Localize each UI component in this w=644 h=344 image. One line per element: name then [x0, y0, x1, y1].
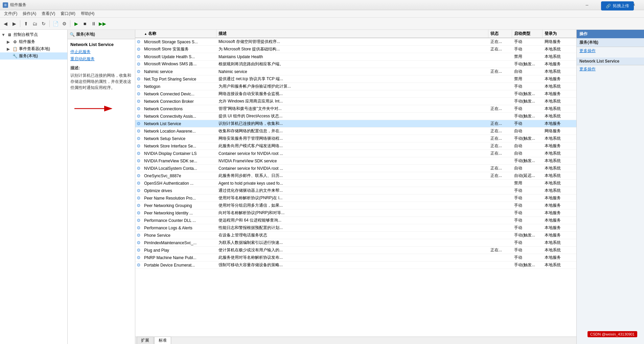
row-icon-10: ⚙: [135, 113, 142, 119]
row-desc-15: Container service for NVIDIA root ...: [216, 151, 488, 157]
table-row[interactable]: ⚙ Network Location Awarene... 收集和存储网络的配置…: [135, 128, 576, 135]
table-row[interactable]: ⚙ Microsoft Store 安装服务 为 Microsoft Store…: [135, 46, 576, 53]
gear-icon: ⚙: [137, 62, 141, 67]
table-row[interactable]: ⚙ NVIDIA Display Container LS Container …: [135, 150, 576, 157]
row-desc-20: 通过优化存储驱动器上的文件来帮...: [216, 187, 488, 194]
menu-action[interactable]: 操作(A): [20, 10, 39, 17]
show-hide-button[interactable]: 🗂: [31, 20, 39, 28]
row-name-1: Microsoft Store 安装服务: [142, 46, 216, 53]
tree-item-components[interactable]: ▶ ⚙ 组件服务: [0, 38, 67, 45]
header-login[interactable]: 登录为: [543, 30, 576, 38]
tree-item-root[interactable]: ▼ 🖥 控制台根节点: [0, 31, 67, 38]
minimize-button[interactable]: ─: [579, 0, 595, 10]
table-row[interactable]: ⚙ Microsoft Update Health S... Maintains…: [135, 53, 576, 61]
stop-service-link[interactable]: 停止此服务: [68, 48, 135, 55]
tab-expand[interactable]: 扩展: [137, 337, 154, 344]
row-login-8: 本地系统: [543, 98, 576, 105]
export-list-button[interactable]: 📄: [51, 20, 60, 28]
table-row[interactable]: ⚙ Nahimic service Nahimic service 正在... …: [135, 68, 576, 75]
toolbar-separator-2: [49, 20, 50, 27]
tree-item-services[interactable]: 🔧 服务(本地): [0, 52, 67, 60]
header-desc[interactable]: 描述: [216, 30, 488, 38]
table-row[interactable]: ⚙ Performance Logs & Alerts 性能日志和警报根据预配置…: [135, 224, 576, 232]
gear-icon: ⚙: [137, 203, 141, 208]
table-row[interactable]: ⚙ Network Connections 管理"网络和拨号连接"文件夹中对..…: [135, 105, 576, 113]
tree-icon-services: 🔧: [12, 53, 18, 59]
table-row[interactable]: ⚙ PimIndexMaintenanceSvc_... 为联系人数据编制索引以…: [135, 239, 576, 247]
search-bar: 🔍 服务(本地): [68, 30, 135, 39]
restart-service-link[interactable]: 重启动此服务: [68, 55, 135, 63]
forward-button[interactable]: ▶: [10, 20, 18, 28]
stop-button[interactable]: ■: [81, 20, 89, 28]
row-icon-29: ⚙: [135, 254, 142, 261]
table-row[interactable]: ⚙ Optimize drives 通过优化存储驱动器上的文件来帮... 手动 …: [135, 187, 576, 194]
toolbar-separator-1: [20, 20, 20, 27]
table-row[interactable]: ⚙ Network Connectivity Assis... 提供 UI 组件…: [135, 113, 576, 120]
action-more-2[interactable]: 更多操作: [577, 65, 644, 73]
table-row[interactable]: ⚙ Network Setup Service 网络安装服务用于管理网络驱动程.…: [135, 135, 576, 142]
table-row[interactable]: ⚙ Phone Service 在设备上管理电话服务状态 手动(触发... 本地…: [135, 232, 576, 239]
table-row[interactable]: ⚙ Netlogon 为用户和服务帐户身份验证维护此计算... 手动 本地系统: [135, 83, 576, 90]
back-button[interactable]: ◀: [1, 20, 9, 28]
table-row[interactable]: ⚙ PNRP Machine Name Publ... 此服务使用对等名称解析协…: [135, 254, 576, 261]
row-startup-11: 手动: [512, 120, 543, 127]
action-more-1[interactable]: 更多操作: [577, 47, 644, 55]
table-row[interactable]: ⚙ Network Connected Devic... 网络连接设备自动安装服…: [135, 90, 576, 98]
row-login-3: 本地服务: [543, 61, 576, 68]
tree-item-events[interactable]: ▶ 📋 事件查看器(本地): [0, 45, 67, 52]
table-row[interactable]: ⚙ Portable Device Enumerat... 强制可移动大容量存储…: [135, 261, 576, 269]
properties-button[interactable]: ⚙: [60, 20, 68, 28]
menu-help[interactable]: 帮助(H): [78, 10, 97, 17]
gear-icon: ⚙: [137, 84, 141, 89]
restart-link-text: 重启动此服务: [70, 56, 95, 61]
table-row[interactable]: ⚙ Peer Name Resolution Pro... 使用对等名称解析协议…: [135, 194, 576, 202]
row-desc-3: 根据规则将消息路由到相应客户端。: [216, 61, 488, 68]
table-row[interactable]: ⚙ OpenSSH Authentication ... Agent to ho…: [135, 180, 576, 187]
table-row[interactable]: ⚙ Network List Service 识别计算机已连接的网络，收集和..…: [135, 120, 576, 128]
list-body[interactable]: ⚙ Microsoft Storage Spaces S... Microsof…: [135, 38, 576, 337]
table-row[interactable]: ⚙ Performance Counter DLL ... 使远程用户和 64 …: [135, 217, 576, 224]
row-desc-2: Maintains Update Health: [216, 54, 488, 60]
header-name[interactable]: ▲ 名称: [142, 30, 216, 38]
row-icon-9: ⚙: [135, 106, 142, 112]
table-row[interactable]: ⚙ Peer Networking Identity ... 向对等名称解析协议…: [135, 209, 576, 217]
tab-standard[interactable]: 标准: [154, 337, 171, 344]
table-row[interactable]: ⚙ Net.Tcp Port Sharing Service 提供通过 net.…: [135, 75, 576, 83]
table-row[interactable]: ⚙ Plug and Play 使计算机在极少或没有用户输入的... 正在...…: [135, 247, 576, 254]
row-startup-13: 手动(触发...: [512, 135, 543, 142]
up-button[interactable]: ⬆: [22, 20, 30, 28]
row-startup-1: 手动: [512, 46, 543, 53]
row-desc-7: 网络连接设备自动安装服务会监视...: [216, 90, 488, 97]
tree-icon-events: 📋: [12, 46, 18, 52]
upload-button[interactable]: 🔗 拓挑上传: [601, 1, 634, 10]
menu-file[interactable]: 文件(F): [1, 10, 20, 17]
table-row[interactable]: ⚙ NVIDIA LocalSystem Conta... Container …: [135, 165, 576, 172]
tree-label-components: 组件服务: [19, 39, 35, 45]
menu-window[interactable]: 窗口(W): [58, 10, 78, 17]
row-login-29: 本地服务: [543, 254, 576, 261]
row-startup-30: 手动(触发...: [512, 261, 543, 269]
row-login-25: 本地服务: [543, 224, 576, 231]
table-row[interactable]: ⚙ OneSyncSvc_8887e 此服务将同步邮件、联系人、日历... 正在…: [135, 172, 576, 180]
row-login-1: 本地系统: [543, 46, 576, 53]
row-name-11: Network List Service: [142, 121, 216, 127]
row-icon-24: ⚙: [135, 217, 142, 224]
table-row[interactable]: ⚙ Microsoft Storage Spaces S... Microsof…: [135, 38, 576, 46]
table-row[interactable]: ⚙ NVIDIA FrameView SDK se... NVIDIA Fram…: [135, 157, 576, 165]
table-row[interactable]: ⚙ Network Connection Broker 允许 Windows 应…: [135, 98, 576, 105]
menu-view[interactable]: 查看(V): [39, 10, 58, 17]
table-row[interactable]: ⚙ Microsoft Windows SMS 路... 根据规则将消息路由到相…: [135, 61, 576, 68]
table-row[interactable]: ⚙ Peer Networking Grouping 使用对等分组启用多方通信，…: [135, 202, 576, 209]
row-startup-6: 手动: [512, 83, 543, 90]
desc-text: 识别计算机已连接的网络，收集和存储这些网络的属性，并在更改这些属性时通知应用程序…: [70, 72, 132, 91]
refresh-button[interactable]: ↻: [40, 20, 48, 28]
gear-icon: ⚙: [137, 91, 141, 96]
header-startup[interactable]: 启动类型: [512, 30, 543, 38]
pause-button[interactable]: ⏸: [90, 20, 98, 28]
header-status[interactable]: 状态: [488, 30, 512, 38]
play-button[interactable]: ▶: [72, 20, 80, 28]
upload-label: 拓挑上传: [613, 3, 629, 9]
table-row[interactable]: ⚙ Network Store Interface Se... 此服务向用户模式…: [135, 142, 576, 150]
restart-button[interactable]: ▶▶: [98, 20, 107, 28]
app-icon: ⚙: [3, 2, 8, 8]
